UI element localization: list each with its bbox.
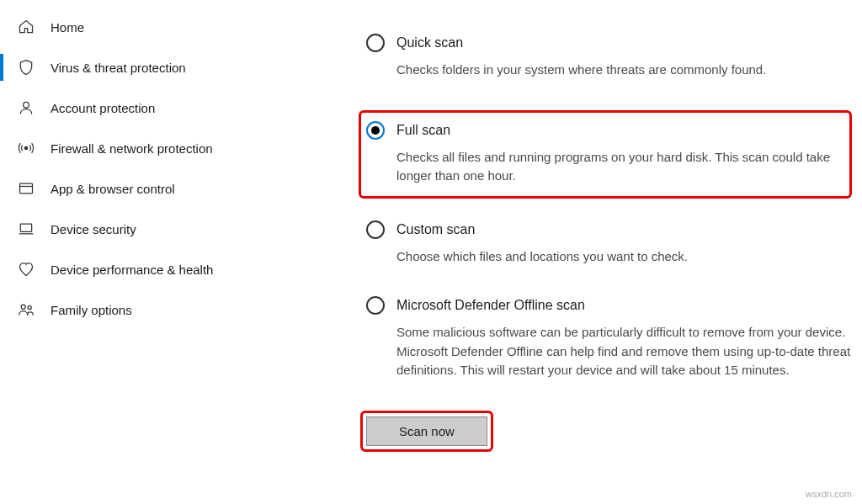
sidebar-item-label: Device performance & health xyxy=(51,263,213,277)
scan-option-full[interactable]: Full scan Checks all files and running p… xyxy=(366,121,844,186)
radio-icon xyxy=(366,220,385,239)
laptop-icon xyxy=(17,220,35,238)
scan-option-title: Quick scan xyxy=(396,35,463,50)
sidebar-item-home[interactable]: Home xyxy=(0,7,311,47)
scan-option-title: Full scan xyxy=(396,123,450,138)
svg-point-1 xyxy=(24,146,27,149)
sidebar-item-device-security[interactable]: Device security xyxy=(0,209,311,249)
scan-now-button[interactable]: Scan now xyxy=(366,416,487,446)
heart-icon xyxy=(17,260,35,279)
person-icon xyxy=(17,98,35,117)
scan-option-quick[interactable]: Quick scan Checks folders in your system… xyxy=(366,34,852,80)
scan-option-title: Microsoft Defender Offline scan xyxy=(396,298,585,313)
scan-option-offline[interactable]: Microsoft Defender Offline scan Some mal… xyxy=(366,296,852,380)
svg-point-6 xyxy=(21,305,25,309)
scan-option-custom[interactable]: Custom scan Choose which files and locat… xyxy=(366,220,852,267)
sidebar-item-label: Family options xyxy=(51,303,132,317)
sidebar-item-label: Home xyxy=(51,20,84,34)
sidebar-item-firewall[interactable]: Firewall & network protection xyxy=(0,128,311,168)
sidebar-item-label: Virus & threat protection xyxy=(51,61,186,75)
watermark-text: wsxdn.com xyxy=(806,489,852,499)
radio-icon xyxy=(366,296,385,315)
sidebar-item-label: Firewall & network protection xyxy=(51,141,213,156)
main-content: Quick scan Checks folders in your system… xyxy=(311,0,862,504)
sidebar-nav: Home Virus & threat protection Account p… xyxy=(0,0,311,504)
svg-point-0 xyxy=(24,102,29,108)
sidebar-item-label: Device security xyxy=(51,222,136,236)
home-icon xyxy=(17,18,35,36)
sidebar-item-device-performance[interactable]: Device performance & health xyxy=(0,249,311,289)
svg-rect-4 xyxy=(20,224,31,231)
sidebar-item-label: App & browser control xyxy=(51,182,175,196)
scan-option-desc: Choose which files and locations you wan… xyxy=(396,247,852,267)
sidebar-item-app-browser[interactable]: App & browser control xyxy=(0,168,311,209)
window-icon xyxy=(17,179,35,198)
highlight-box-scan-button: Scan now xyxy=(360,411,493,452)
shield-icon xyxy=(17,58,35,77)
scan-option-desc: Checks folders in your system where thre… xyxy=(396,61,852,80)
people-icon xyxy=(17,300,35,319)
radio-icon xyxy=(366,34,385,52)
scan-option-desc: Checks all files and running programs on… xyxy=(396,148,844,186)
antenna-icon xyxy=(17,139,35,157)
scan-option-desc: Some malicious software can be particula… xyxy=(396,323,852,380)
sidebar-item-family-options[interactable]: Family options xyxy=(0,289,311,330)
radio-icon-selected xyxy=(366,121,385,140)
sidebar-item-label: Account protection xyxy=(51,101,155,115)
sidebar-item-account-protection[interactable]: Account protection xyxy=(0,88,311,128)
sidebar-item-virus-threat[interactable]: Virus & threat protection xyxy=(0,47,311,88)
svg-rect-2 xyxy=(20,183,33,194)
highlight-box-full-scan: Full scan Checks all files and running p… xyxy=(359,110,852,199)
svg-point-7 xyxy=(28,305,31,309)
scan-option-title: Custom scan xyxy=(396,222,475,237)
